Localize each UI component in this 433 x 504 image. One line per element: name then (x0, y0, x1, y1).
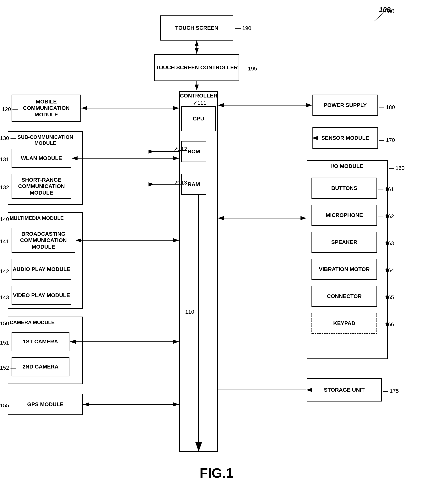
ref-152: 152 — (0, 365, 16, 371)
ref-130: 130 — (0, 135, 16, 141)
ref-195: — 195 (241, 66, 257, 72)
microphone-box: MICROPHONE (312, 205, 377, 226)
sensor-module-box: SENSOR MODULE (312, 127, 378, 149)
ref-190: — 190 (235, 25, 251, 31)
camera1-box: 1ST CAMERA (12, 332, 69, 351)
ref-166: — 166 (378, 321, 394, 328)
ref-112: ↗112 (173, 146, 187, 152)
multimedia-label: MULTIMEDIA MODULE (10, 215, 64, 221)
power-supply-box: POWER SUPPLY (312, 95, 378, 116)
ref-164: — 164 (378, 267, 394, 273)
mobile-comm-box: MOBILE COMMUNICATION MODULE (12, 95, 81, 122)
camera-label: CAMERA MODULE (10, 319, 55, 325)
ref-120: 120 — (2, 106, 18, 112)
video-play-box: VIDEO PLAY MODULE (12, 286, 71, 305)
fig-label: FIG.1 (200, 465, 233, 481)
storage-unit-box: STORAGE UNIT (307, 378, 382, 402)
controller-label: CONTROLLER (179, 93, 218, 99)
ref-131: 131 — (0, 156, 16, 162)
keypad-box: KEYPAD (312, 313, 377, 334)
ref-113: ↗113 (173, 180, 187, 186)
vibration-motor-box: VIBRATION MOTOR (312, 259, 377, 280)
ref-151: 151 — (0, 340, 16, 346)
camera2-box: 2ND CAMERA (12, 357, 69, 376)
ref-160: — 160 (389, 165, 405, 171)
ref-165: — 165 (378, 294, 394, 301)
broadcasting-box: BROADCASTING COMMUNICATION MODULE (12, 228, 75, 253)
ref-150: 150 — (0, 320, 16, 327)
ref-110: 110 (185, 309, 194, 315)
buttons-box: BUTTONS (312, 178, 377, 199)
sub-comm-label: SUB-COMMUNICATION MODULE (10, 134, 81, 146)
ref-175: — 175 (383, 388, 399, 394)
wlan-box: WLAN MODULE (12, 149, 71, 168)
gps-box: GPS MODULE (8, 394, 83, 415)
ref-140: 140 — (0, 216, 16, 222)
ref-141: 141 — (0, 238, 16, 244)
touch-screen-controller-box: TOUCH SCREEN CONTROLLER (154, 54, 239, 81)
ref-132: 132 — (0, 184, 16, 190)
connector-box: CONNECTOR (312, 286, 377, 307)
speaker-box: SPEAKER (312, 232, 377, 253)
ref-142: 142 — (0, 268, 16, 274)
ref-155: 155 — (0, 403, 16, 409)
ref-163: — 163 (378, 240, 394, 246)
ref-143: 143 — (0, 294, 16, 301)
ref-162: — 162 (378, 213, 394, 219)
short-range-box: SHORT-RANGE COMMUNICATION MODULE (12, 174, 71, 199)
touch-screen-box: TOUCH SCREEN (160, 15, 233, 41)
audio-play-box: AUDIO PLAY MODULE (12, 259, 71, 280)
cpu-box: CPU (181, 106, 216, 131)
ref-111: ↙111 (193, 99, 206, 106)
diagram: 100 TOUCH SCREEN — 190 TOUCH SCREEN CONT… (0, 0, 433, 504)
ref-180: — 180 (379, 104, 395, 110)
io-module-label: I/O MODULE (309, 163, 386, 169)
ref-161: — 161 (378, 186, 394, 192)
diagram-ref-100: 100 (379, 6, 390, 14)
ref-170: — 170 (379, 137, 395, 143)
